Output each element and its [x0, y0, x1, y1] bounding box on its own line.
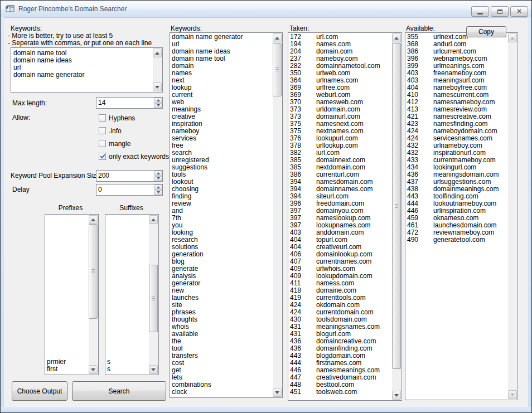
- scroll-up-button[interactable]: [149, 215, 158, 224]
- max-length-spinner[interactable]: 14: [96, 97, 163, 109]
- max-length-value[interactable]: 14: [98, 99, 153, 106]
- available-row[interactable]: 410namescurrent.com: [405, 91, 508, 99]
- expansion-size-spinner[interactable]: 200: [96, 170, 163, 182]
- delay-value[interactable]: 0: [98, 186, 153, 193]
- taken-row[interactable]: 385nextdomain.com: [288, 164, 392, 171]
- taken-row[interactable]: 409urlwhois.com: [288, 265, 392, 273]
- taken-row[interactable]: 282domainnametool.com: [288, 62, 392, 70]
- keyword-item[interactable]: domain name ideas: [170, 48, 273, 55]
- keyword-item[interactable]: solutions: [170, 244, 273, 251]
- available-row[interactable]: 424servicesnames.com: [405, 135, 508, 142]
- taken-row[interactable]: 237nameboy.com: [288, 55, 392, 62]
- taken-row[interactable]: 382iurl.com: [288, 149, 392, 157]
- keyword-item[interactable]: whois: [170, 323, 273, 331]
- taken-row[interactable]: 369weburl.com: [288, 91, 392, 99]
- keywords-textarea[interactable]: domain name tooldomain name ideasurldoma…: [11, 47, 163, 93]
- keywords-textarea-line[interactable]: url: [12, 64, 153, 71]
- taken-row[interactable]: 364urlnames.com: [288, 77, 392, 84]
- scroll-down-button[interactable]: [508, 390, 517, 399]
- scroll-up-button[interactable]: [89, 215, 98, 224]
- keyword-item[interactable]: looking: [170, 229, 273, 236]
- search-button[interactable]: Search: [72, 381, 166, 401]
- taken-row[interactable]: 404topurl.com: [288, 236, 392, 244]
- taken-row[interactable]: 431blogurl.com: [288, 331, 392, 338]
- textarea-scrollbar[interactable]: [153, 48, 162, 91]
- keywords-scrollbar[interactable]: [273, 33, 282, 397]
- taken-listbox[interactable]: 172url.com194names.com204domain.com237na…: [288, 32, 402, 401]
- taken-row[interactable]: 397nameslookup.com: [288, 215, 392, 222]
- taken-row[interactable]: 370namesweb.com: [288, 99, 392, 106]
- keyword-item[interactable]: research: [170, 236, 273, 244]
- keyword-item[interactable]: analysis: [170, 273, 273, 280]
- suffix-item[interactable]: s: [105, 366, 149, 373]
- taken-row[interactable]: 448besttool.com: [288, 381, 392, 388]
- prefix-item[interactable]: prmier: [45, 358, 89, 366]
- keyword-item[interactable]: names: [170, 70, 273, 77]
- keyword-item[interactable]: transfers: [170, 352, 273, 359]
- scroll-up-button[interactable]: [273, 33, 282, 42]
- checkbox-mangle[interactable]: [99, 140, 106, 147]
- keyword-item[interactable]: tools: [170, 171, 273, 178]
- keyword-item[interactable]: launches: [170, 294, 273, 302]
- keyword-item[interactable]: next: [170, 77, 273, 84]
- available-row[interactable]: 413namesreview.com: [405, 106, 508, 113]
- expansion-size-value[interactable]: 200: [98, 172, 153, 179]
- keyword-item[interactable]: nameboy: [170, 128, 273, 135]
- keyword-item[interactable]: lookup: [170, 84, 273, 91]
- scroll-down-button[interactable]: [392, 391, 401, 400]
- available-row[interactable]: 461launchesdomain.com: [405, 222, 508, 229]
- taken-row[interactable]: 446namesmeanings.com: [288, 367, 392, 374]
- scroll-thumb[interactable]: [273, 43, 282, 96]
- taken-row[interactable]: 406domainlookup.com: [288, 251, 392, 258]
- available-row[interactable]: 423namesfinding.com: [405, 120, 508, 128]
- keyword-item[interactable]: lookout: [170, 178, 273, 186]
- keyword-item[interactable]: creative: [170, 113, 273, 120]
- taken-row[interactable]: 419currenttools.com: [288, 294, 392, 302]
- spin-up-button[interactable]: [154, 98, 162, 103]
- available-row[interactable]: 490generatetool.com: [405, 236, 508, 244]
- maximize-button[interactable]: [491, 6, 509, 17]
- keyword-item[interactable]: available: [170, 331, 273, 338]
- keyword-item[interactable]: thoughts: [170, 316, 273, 323]
- taken-row[interactable]: 430toolsdomain.com: [288, 316, 392, 323]
- taken-row[interactable]: 424okdomain.com: [288, 302, 392, 309]
- taken-row[interactable]: 394siteurl.com: [288, 193, 392, 200]
- available-row[interactable]: 403freenameboy.com: [405, 70, 508, 77]
- taken-row[interactable]: 194names.com: [288, 41, 392, 48]
- taken-row[interactable]: 424currentdomain.com: [288, 309, 392, 316]
- checkbox-only-exact-keywords[interactable]: [99, 153, 106, 160]
- taken-row[interactable]: 397lookupnames.com: [288, 222, 392, 229]
- taken-row[interactable]: 350urlweb.com: [288, 70, 392, 77]
- prefixes-listbox[interactable]: prmierfirst: [45, 214, 99, 375]
- available-row[interactable]: 432urlnameboy.com: [405, 142, 508, 149]
- keyword-item[interactable]: phrases: [170, 309, 273, 316]
- keyword-item[interactable]: free: [170, 142, 273, 149]
- available-row[interactable]: 399urlmeanings.com: [405, 62, 508, 70]
- keyword-item[interactable]: domain name generator: [170, 33, 273, 41]
- spin-up-button[interactable]: [154, 184, 162, 190]
- taken-row[interactable]: 394domainnames.com: [288, 186, 392, 193]
- available-row[interactable]: 459oknameso.com: [405, 215, 508, 222]
- keyword-item[interactable]: generate: [170, 265, 273, 273]
- taken-row[interactable]: 369urlfree.com: [288, 84, 392, 91]
- available-row[interactable]: 438domainmeanings.com: [405, 186, 508, 193]
- keywords-textarea-line[interactable]: domain name ideas: [12, 57, 153, 64]
- scroll-down-button[interactable]: [153, 82, 162, 91]
- scroll-up-button[interactable]: [508, 33, 517, 42]
- checkbox-hyphens[interactable]: [99, 114, 106, 122]
- available-row[interactable]: 436meaningsdomain.com: [405, 171, 508, 178]
- taken-row[interactable]: 397domainyou.com: [288, 207, 392, 215]
- keyword-item[interactable]: new: [170, 287, 273, 294]
- taken-row[interactable]: 375nextnames.com: [288, 128, 392, 135]
- keywords-textarea-line[interactable]: domain name generator: [12, 71, 153, 79]
- taken-row[interactable]: 204domain.com: [288, 48, 392, 55]
- keyword-item[interactable]: tool: [170, 345, 273, 352]
- taken-row[interactable]: 376lookupurl.com: [288, 135, 392, 142]
- available-row[interactable]: 424nameboydomain.com: [405, 128, 508, 135]
- available-row[interactable]: 421namescreative.com: [405, 113, 508, 120]
- copy-button[interactable]: Copy: [466, 26, 506, 37]
- delay-spinner[interactable]: 0: [96, 184, 163, 196]
- available-scrollbar[interactable]: [508, 33, 517, 399]
- taken-row[interactable]: 404creativeurl.com: [288, 244, 392, 251]
- choose-output-button[interactable]: Choose Output: [12, 381, 67, 401]
